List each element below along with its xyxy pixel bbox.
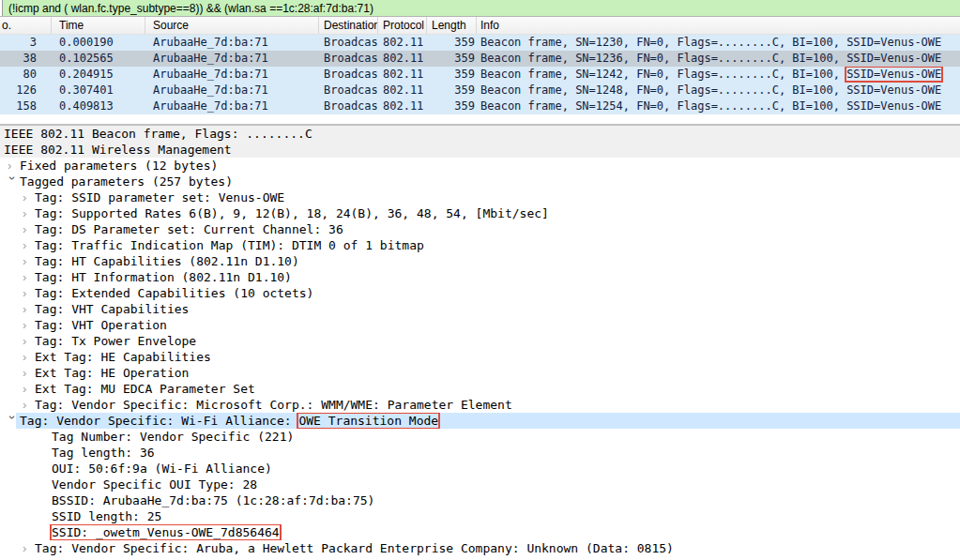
packet-row[interactable]: 1260.307401ArubaaHe_7d:ba:71Broadcast802… [0,83,960,98]
detail-tree-item[interactable]: IEEE 802.11 Beacon frame, Flags: .......… [0,126,960,142]
detail-item-label: IEEE 802.11 Wireless Management [4,143,232,157]
annotation-box: SSID: _owetm_Venus-OWE_7d856464 [52,525,280,539]
packet-list-body: 30.000190ArubaaHe_7d:ba:71Broadcast802.1… [0,35,960,114]
packet-destination-cell: Broadcast [319,83,378,98]
detail-item-label: Tag: Vendor Specific: Wi-Fi Alliance: [20,414,298,428]
expand-arrow-icon[interactable]: › [23,365,35,381]
expand-arrow-icon[interactable]: › [23,285,35,301]
detail-tree-item[interactable]: SSID length: 25 [0,508,960,524]
detail-tree-item[interactable]: ›Tag: HT Information (802.11n D1.10) [0,269,960,285]
column-header-destination[interactable]: Destination [319,17,378,34]
detail-tree-item[interactable]: OUI: 50:6f:9a (Wi-Fi Alliance) [0,461,960,477]
expand-arrow-icon[interactable]: › [23,540,35,556]
packet-protocol-cell: 802.11 [378,35,427,51]
packet-info-text: Beacon frame, SN=1242, FN=0, Flags=.....… [480,68,846,81]
detail-item-label: Tag: Tx Power Envelope [35,334,196,348]
detail-tree-item[interactable]: ›Tag: Vendor Specific: Aruba, a Hewlett … [0,540,960,556]
detail-tree-item[interactable]: ›Tag: Traffic Indication Map (TIM): DTIM… [0,237,960,253]
detail-item-label: Tag: VHT Operation [35,318,167,332]
packet-protocol-cell: 802.11 [378,98,427,114]
detail-item-label: Tag: Vendor Specific: Aruba, a Hewlett P… [35,541,674,555]
detail-tree-item[interactable]: ›Ext Tag: HE Operation [0,365,960,381]
detail-tree-item[interactable]: IEEE 802.11 Wireless Management [0,142,960,158]
packet-no-cell: 126 [0,83,52,98]
column-header-protocol[interactable]: Protocol [378,17,427,34]
detail-tree-item[interactable]: ›Tag: DS Parameter set: Current Channel:… [0,221,960,237]
packet-info-cell: Beacon frame, SN=1230, FN=0, Flags=.....… [477,35,960,51]
detail-item-label: OUI: 50:6f:9a (Wi-Fi Alliance) [52,462,272,476]
detail-item-label: Ext Tag: HE Operation [35,366,189,380]
detail-item-label: Tag: Vendor Specific: Microsoft Corp.: W… [35,398,512,412]
packet-length-cell: 359 [427,98,477,114]
detail-tree-item[interactable]: ›Tagged parameters (257 bytes) [0,174,960,189]
expand-arrow-icon[interactable]: › [23,237,35,253]
expand-arrow-icon[interactable]: › [23,205,35,221]
packet-no-cell: 158 [0,98,52,114]
detail-tree-item[interactable]: ›Fixed parameters (12 bytes) [0,158,960,174]
column-header-no[interactable]: o. [0,17,52,34]
detail-tree-item[interactable]: ›Ext Tag: HE Capabilities [0,349,960,365]
expand-arrow-icon[interactable]: › [23,269,35,285]
packet-no-cell: 38 [0,51,52,67]
detail-tree-item[interactable]: SSID: _owetm_Venus-OWE_7d856464 [0,524,960,540]
expand-arrow-icon[interactable]: › [23,333,35,349]
annotation-box: SSID=Venus-OWE [846,68,941,81]
expand-arrow-icon[interactable]: › [8,158,20,174]
packet-time-cell: 0.102565 [52,51,145,67]
detail-tree-item[interactable]: ›Tag: Vendor Specific: Microsoft Corp.: … [0,397,960,413]
packet-row[interactable]: 380.102565ArubaaHe_7d:ba:71Broadcast802.… [0,51,960,67]
column-header-time[interactable]: Time [52,17,145,34]
packet-time-cell: 0.307401 [52,83,145,98]
expand-arrow-icon[interactable]: › [23,317,35,333]
column-header-length[interactable]: Length [427,17,477,34]
packet-protocol-cell: 802.11 [378,67,427,83]
detail-tree-item[interactable]: ›Tag: SSID parameter set: Venus-OWE [0,189,960,205]
pane-splitter[interactable] [0,114,960,126]
packet-time-cell: 0.000190 [52,35,145,51]
detail-item-label: BSSID: ArubaaHe_7d:ba:75 (1c:28:af:7d:ba… [52,493,374,507]
collapse-arrow-icon[interactable]: › [5,176,21,189]
expand-arrow-icon[interactable]: › [23,253,35,269]
detail-tree-item[interactable]: ›Tag: VHT Capabilities [0,301,960,317]
expand-arrow-icon[interactable]: › [23,381,35,397]
packet-list-pane: o.TimeSourceDestinationProtocolLengthInf… [0,17,960,114]
display-filter-input[interactable]: (!icmp and ( wlan.fc.type_subtype==8)) &… [2,0,960,16]
detail-tree-item[interactable]: ›Ext Tag: MU EDCA Parameter Set [0,381,960,397]
packet-no-cell: 3 [0,35,52,51]
packet-length-cell: 359 [427,51,477,67]
detail-item-label: Tag: Extended Capabilities (10 octets) [35,286,313,300]
detail-tree-item[interactable]: ›Tag: HT Capabilities (802.11n D1.10) [0,253,960,269]
expand-arrow-icon[interactable]: › [23,189,35,205]
detail-item-label: Fixed parameters (12 bytes) [20,159,218,173]
expand-arrow-icon[interactable]: › [23,349,35,365]
expand-arrow-icon[interactable]: › [23,301,35,317]
packet-source-cell: ArubaaHe_7d:ba:71 [145,83,319,98]
detail-tree-item[interactable]: Tag length: 36 [0,445,960,461]
packet-row[interactable]: 800.204915ArubaaHe_7d:ba:71Broadcast802.… [0,67,960,83]
packet-row[interactable]: 1580.409813ArubaaHe_7d:ba:71Broadcast802… [0,98,960,114]
detail-item-label: Ext Tag: HE Capabilities [35,350,211,364]
packet-protocol-cell: 802.11 [378,51,427,67]
expand-arrow-icon[interactable]: › [23,221,35,237]
column-header-source[interactable]: Source [145,17,319,34]
detail-item-label: SSID length: 25 [52,509,161,523]
detail-tree-item[interactable]: Tag Number: Vendor Specific (221) [0,429,960,445]
packet-row[interactable]: 30.000190ArubaaHe_7d:ba:71Broadcast802.1… [0,35,960,51]
packet-destination-cell: Broadcast [319,98,378,114]
detail-tree-item[interactable]: ›Tag: VHT Operation [0,317,960,333]
packet-destination-cell: Broadcast [319,67,378,83]
detail-tree-item[interactable]: ›Tag: Vendor Specific: Wi-Fi Alliance: O… [0,413,960,429]
collapse-arrow-icon[interactable]: › [5,416,21,428]
packet-length-cell: 359 [427,67,477,83]
detail-item-label: Tag: HT Capabilities (802.11n D1.10) [35,254,299,268]
packet-destination-cell: Broadcast [319,51,378,67]
detail-tree-item[interactable]: BSSID: ArubaaHe_7d:ba:75 (1c:28:af:7d:ba… [0,492,960,508]
expand-arrow-icon[interactable]: › [23,397,35,413]
detail-item-label: Tag: DS Parameter set: Current Channel: … [35,222,343,236]
detail-tree-item[interactable]: ›Tag: Supported Rates 6(B), 9, 12(B), 18… [0,205,960,221]
packet-list-header: o.TimeSourceDestinationProtocolLengthInf… [0,17,960,35]
detail-tree-item[interactable]: Vendor Specific OUI Type: 28 [0,477,960,492]
detail-tree-item[interactable]: ›Tag: Extended Capabilities (10 octets) [0,285,960,301]
detail-tree-item[interactable]: ›Tag: Tx Power Envelope [0,333,960,349]
column-header-info[interactable]: Info [477,17,960,34]
